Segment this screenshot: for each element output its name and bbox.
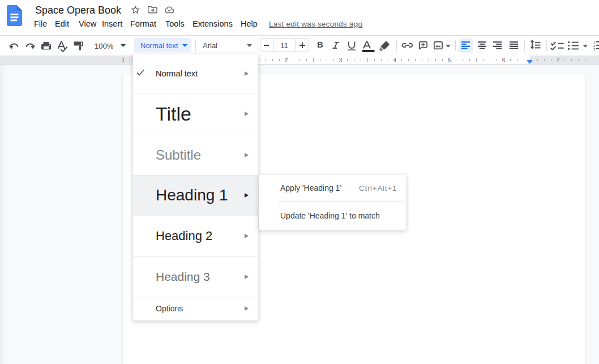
svg-text:3: 3 [593,48,596,50]
